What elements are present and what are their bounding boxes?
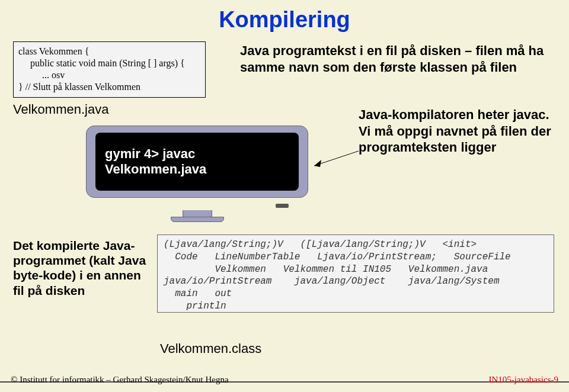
svg-marker-1 bbox=[314, 160, 321, 167]
monitor-button-icon bbox=[276, 204, 289, 208]
footer: © Institutt for informatikk – Gerhard Sk… bbox=[0, 375, 569, 385]
monitor-base-icon bbox=[171, 217, 224, 222]
bytecode-explanation: Det kompilerte Java-programmet (kalt Jav… bbox=[13, 238, 149, 298]
footer-copyright: © Institutt for informatikk – Gerhard Sk… bbox=[11, 375, 229, 385]
footer-page-ref: IN105-javabasics-9 bbox=[489, 375, 558, 385]
output-filename: Velkommen.class bbox=[160, 341, 261, 356]
explanation-text-1: Java programtekst i en fil på disken – f… bbox=[240, 43, 560, 75]
monitor-bezel: gymir 4> javac Velkommen.java bbox=[86, 126, 308, 198]
explanation-text-2: Java-kompilatoren heter javac. Vi må opp… bbox=[359, 107, 566, 156]
slide-title: Kompilering bbox=[0, 0, 569, 33]
arrow-icon bbox=[308, 148, 362, 172]
source-filename: Velkommen.java bbox=[13, 102, 108, 117]
monitor-illustration: gymir 4> javac Velkommen.java bbox=[86, 126, 308, 210]
code-line: } // Slutt på klassen Velkommen bbox=[18, 81, 200, 93]
bytecode-output-box: (Ljava/lang/String;)V ([Ljava/lang/Strin… bbox=[157, 234, 554, 313]
code-line: ... osv bbox=[18, 69, 200, 81]
source-code-box: class Vekommen { public static void main… bbox=[13, 41, 206, 98]
code-line: class Vekommen { bbox=[18, 46, 200, 57]
svg-line-0 bbox=[314, 151, 359, 166]
terminal-command: gymir 4> javac Velkommen.java bbox=[105, 146, 299, 177]
terminal-screen: gymir 4> javac Velkommen.java bbox=[95, 133, 299, 191]
code-line: public static void main (String [ ] args… bbox=[18, 57, 200, 69]
